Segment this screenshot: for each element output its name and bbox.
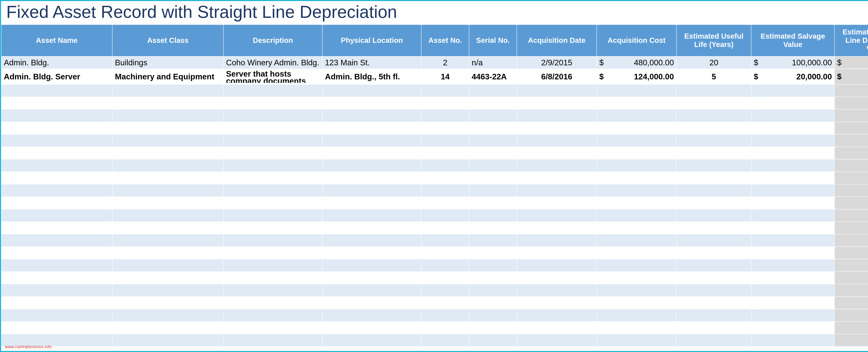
cell[interactable]: [421, 109, 469, 122]
cell[interactable]: [469, 222, 517, 234]
cell[interactable]: [1, 172, 112, 184]
cell[interactable]: [112, 147, 223, 159]
cell[interactable]: [322, 134, 421, 147]
cell[interactable]: [1, 134, 112, 147]
cell[interactable]: [677, 97, 751, 109]
cell[interactable]: [112, 184, 223, 197]
cell[interactable]: [421, 321, 469, 334]
cell[interactable]: [112, 247, 223, 259]
cell[interactable]: [517, 84, 597, 97]
cell[interactable]: [597, 272, 677, 284]
cell[interactable]: [677, 209, 751, 222]
cell[interactable]: [322, 172, 421, 184]
cell[interactable]: [597, 222, 677, 234]
cell[interactable]: [223, 147, 322, 159]
cell[interactable]: [469, 296, 517, 309]
cell[interactable]: [517, 272, 597, 284]
cell[interactable]: [517, 197, 597, 209]
cell[interactable]: [677, 147, 751, 159]
cell[interactable]: [1, 184, 112, 197]
cell[interactable]: [835, 247, 868, 259]
cell[interactable]: Server that hosts company documents: [223, 69, 322, 84]
col-acq-cost[interactable]: Acquisition Cost: [597, 25, 677, 56]
cell[interactable]: [1, 222, 112, 234]
cell[interactable]: [597, 334, 677, 347]
cell[interactable]: [677, 184, 751, 197]
cell[interactable]: [223, 84, 322, 97]
cell[interactable]: [1, 122, 112, 134]
cell[interactable]: [421, 147, 469, 159]
cell[interactable]: [597, 259, 677, 272]
cell[interactable]: [112, 197, 223, 209]
col-description[interactable]: Description: [223, 25, 322, 56]
cell[interactable]: [112, 109, 223, 122]
cell[interactable]: [112, 159, 223, 172]
cell[interactable]: [112, 296, 223, 309]
cell[interactable]: [223, 134, 322, 147]
cell[interactable]: [517, 321, 597, 334]
cell[interactable]: [112, 122, 223, 134]
cell[interactable]: [751, 234, 835, 247]
cell[interactable]: [469, 284, 517, 296]
cell[interactable]: [835, 272, 868, 284]
cell[interactable]: [469, 184, 517, 197]
cell[interactable]: [677, 222, 751, 234]
cell[interactable]: 123 Main St.: [322, 56, 421, 69]
cell[interactable]: 4463-22A: [469, 69, 517, 84]
cell[interactable]: [112, 209, 223, 222]
cell[interactable]: [322, 147, 421, 159]
cell[interactable]: [677, 259, 751, 272]
cell[interactable]: [322, 159, 421, 172]
cell[interactable]: [677, 321, 751, 334]
cell[interactable]: $ 20,000.00: [751, 69, 835, 84]
cell[interactable]: [322, 197, 421, 209]
cell[interactable]: [835, 134, 868, 147]
cell[interactable]: [597, 159, 677, 172]
cell[interactable]: [835, 209, 868, 222]
cell[interactable]: [223, 197, 322, 209]
cell[interactable]: [223, 247, 322, 259]
cell[interactable]: [421, 296, 469, 309]
cell[interactable]: [223, 334, 322, 347]
cell[interactable]: [469, 109, 517, 122]
cell[interactable]: [421, 309, 469, 321]
cell[interactable]: [1, 84, 112, 97]
cell[interactable]: [1, 296, 112, 309]
cell[interactable]: [469, 147, 517, 159]
cell[interactable]: [421, 134, 469, 147]
cell[interactable]: [421, 222, 469, 234]
cell[interactable]: [469, 172, 517, 184]
cell[interactable]: [322, 334, 421, 347]
cell[interactable]: [517, 134, 597, 147]
cell[interactable]: [469, 197, 517, 209]
col-asset-class[interactable]: Asset Class: [112, 25, 223, 56]
cell[interactable]: [835, 184, 868, 197]
cell[interactable]: [835, 259, 868, 272]
cell[interactable]: Coho Winery Admin. Bldg.: [223, 56, 322, 69]
cell[interactable]: [751, 321, 835, 334]
cell[interactable]: [112, 321, 223, 334]
cell[interactable]: [421, 334, 469, 347]
cell[interactable]: [223, 172, 322, 184]
cell[interactable]: [223, 259, 322, 272]
cell[interactable]: [517, 159, 597, 172]
cell[interactable]: [469, 309, 517, 321]
col-salvage[interactable]: Estimated Salvage Value: [751, 25, 835, 56]
cell[interactable]: [421, 209, 469, 222]
cell[interactable]: [597, 147, 677, 159]
cell[interactable]: [112, 222, 223, 234]
cell[interactable]: [223, 284, 322, 296]
cell[interactable]: [112, 284, 223, 296]
cell[interactable]: [322, 296, 421, 309]
cell[interactable]: [835, 84, 868, 97]
cell[interactable]: [677, 84, 751, 97]
cell[interactable]: [1, 284, 112, 296]
cell[interactable]: [1, 234, 112, 247]
cell[interactable]: [322, 209, 421, 222]
cell[interactable]: [677, 109, 751, 122]
cell[interactable]: [835, 159, 868, 172]
cell[interactable]: [223, 309, 322, 321]
cell[interactable]: [1, 109, 112, 122]
cell[interactable]: [517, 172, 597, 184]
cell[interactable]: [517, 284, 597, 296]
